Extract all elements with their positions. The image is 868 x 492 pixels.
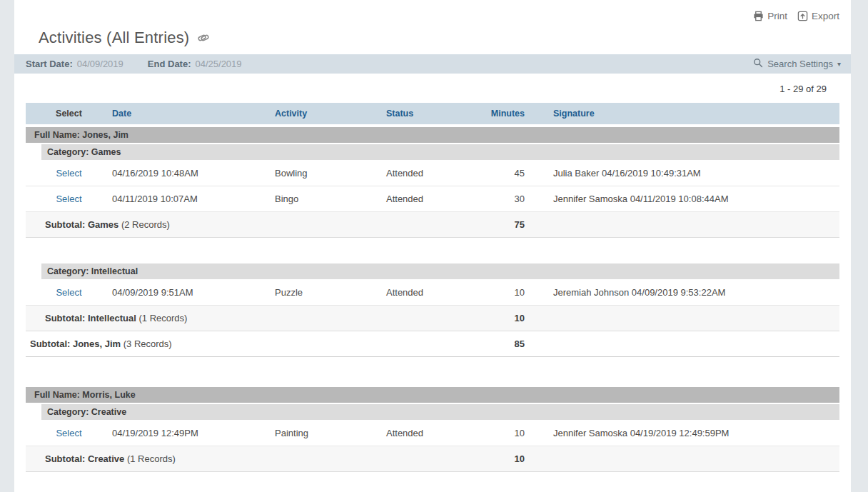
end-date-label: End Date: [148, 59, 191, 69]
export-label: Export [812, 11, 839, 21]
select-link[interactable]: Select [56, 194, 81, 204]
cell-minutes: 10 [468, 287, 532, 298]
page-title: Activities (All Entries) [39, 29, 189, 47]
cell-minutes: 45 [468, 168, 532, 179]
select-link[interactable]: Select [56, 287, 81, 298]
range-text: 1 - 29 of 29 [779, 84, 827, 94]
title-row: Activities (All Entries) [14, 23, 851, 54]
cell-signature: Jeremiah Johnson 04/09/2019 9:53:22AM [532, 287, 839, 298]
table-row: Select 04/16/2019 10:48AM Bowling Attend… [26, 161, 839, 186]
cell-activity: Bingo [275, 194, 386, 204]
group-subtotal-label: Subtotal: Jones, Jim (3 Records) [26, 338, 468, 349]
column-header-activity[interactable]: Activity [275, 109, 386, 119]
cell-minutes: 30 [468, 194, 532, 204]
category-header-games: Category: Games [26, 144, 839, 160]
cell-signature: Julia Baker 04/16/2019 10:49:31AM [532, 168, 839, 179]
category-indent-spacer [26, 263, 41, 279]
cell-activity: Painting [275, 428, 386, 438]
cell-minutes: 10 [468, 428, 532, 438]
table-row: Select 04/19/2019 12:49PM Painting Atten… [26, 421, 839, 446]
search-settings-label: Search Settings [767, 59, 833, 69]
subtotal-row-intellectual: Subtotal: Intellectual (1 Records) 10 [26, 306, 839, 331]
search-settings-dropdown[interactable]: Search Settings ▾ [753, 58, 841, 70]
export-box-arrow-icon [797, 11, 808, 21]
table-row: Select 04/11/2019 10:07AM Bingo Attended… [26, 186, 839, 212]
cell-date: 04/09/2019 9:51AM [112, 287, 275, 298]
subtotal-label: Subtotal: Games (2 Records) [26, 219, 468, 230]
table-header-row: Select Date Activity Status Minutes Sign… [26, 103, 839, 124]
select-link[interactable]: Select [56, 428, 81, 438]
cell-date: 04/16/2019 10:48AM [112, 168, 275, 179]
subtotal-minutes: 75 [468, 219, 532, 230]
group-subtotal-row-jones-jim: Subtotal: Jones, Jim (3 Records) 85 [26, 331, 839, 357]
category-label: Category: Games [41, 144, 839, 160]
printer-icon [753, 11, 764, 21]
group-subtotal-records: (3 Records) [123, 338, 172, 349]
category-header-intellectual: Category: Intellectual [26, 263, 839, 279]
subtotal-label: Subtotal: Intellectual (1 Records) [26, 313, 468, 323]
right-gutter [851, 0, 868, 492]
column-header-select: Select [26, 109, 112, 119]
top-toolbar: Print Export [14, 0, 851, 23]
caret-down-icon: ▾ [837, 60, 841, 68]
group-header-jones-jim: Full Name: Jones, Jim [26, 127, 839, 143]
export-button[interactable]: Export [797, 11, 839, 21]
section-gap [26, 357, 839, 384]
category-indent-spacer [26, 404, 41, 420]
cell-activity: Bowling [275, 168, 386, 179]
cell-date: 04/19/2019 12:49PM [112, 428, 275, 438]
subtotal-label: Subtotal: Creative (1 Records) [26, 453, 468, 464]
category-label: Category: Creative [41, 404, 839, 420]
print-label: Print [767, 11, 787, 21]
cell-status: Attended [386, 194, 468, 204]
column-header-minutes[interactable]: Minutes [468, 109, 532, 119]
column-header-signature[interactable]: Signature [532, 109, 839, 119]
end-date-value: 04/25/2019 [196, 59, 242, 69]
cell-date: 04/11/2019 10:07AM [112, 194, 275, 204]
cell-status: Attended [386, 168, 468, 179]
left-gutter [0, 0, 14, 492]
cell-status: Attended [386, 428, 468, 438]
subtotal-records: (1 Records) [138, 313, 187, 323]
subtotal-records: (2 Records) [121, 219, 170, 230]
table-row: Select 04/09/2019 9:51AM Puzzle Attended… [26, 280, 839, 306]
cell-signature: Jennifer Samoska 04/19/2019 12:49:59PM [532, 428, 839, 438]
subtotal-minutes: 10 [468, 313, 532, 323]
pagination-range: 1 - 29 of 29 [14, 74, 851, 103]
column-header-status[interactable]: Status [386, 109, 468, 119]
group-subtotal-minutes: 85 [468, 338, 532, 349]
start-date-label: Start Date: [26, 59, 73, 69]
category-indent-spacer [26, 144, 41, 160]
activities-table: Select Date Activity Status Minutes Sign… [26, 103, 839, 472]
cell-signature: Jennifer Samoska 04/11/2019 10:08:44AM [532, 194, 839, 204]
category-label: Category: Intellectual [41, 263, 839, 279]
subtotal-row-creative: Subtotal: Creative (1 Records) 10 [26, 446, 839, 472]
cell-activity: Puzzle [275, 287, 386, 298]
magnifier-icon [753, 58, 763, 70]
column-header-date[interactable]: Date [112, 109, 275, 119]
page: Print Export Activities (All Entries) [0, 0, 868, 492]
subtotal-minutes: 10 [468, 453, 532, 464]
group-header-morris-luke: Full Name: Morris, Luke [26, 387, 839, 403]
main-content: Print Export Activities (All Entries) [14, 0, 851, 492]
start-date-value: 04/09/2019 [77, 59, 123, 69]
subtotal-records: (1 Records) [127, 453, 176, 464]
print-button[interactable]: Print [753, 11, 787, 21]
paperclip-link-icon[interactable] [196, 31, 211, 45]
filter-bar: Start Date: 04/09/2019 End Date: 04/25/2… [14, 54, 851, 74]
section-gap [26, 238, 839, 263]
category-header-creative: Category: Creative [26, 404, 839, 420]
subtotal-row-games: Subtotal: Games (2 Records) 75 [26, 212, 839, 238]
cell-status: Attended [386, 287, 468, 298]
select-link[interactable]: Select [56, 168, 81, 179]
